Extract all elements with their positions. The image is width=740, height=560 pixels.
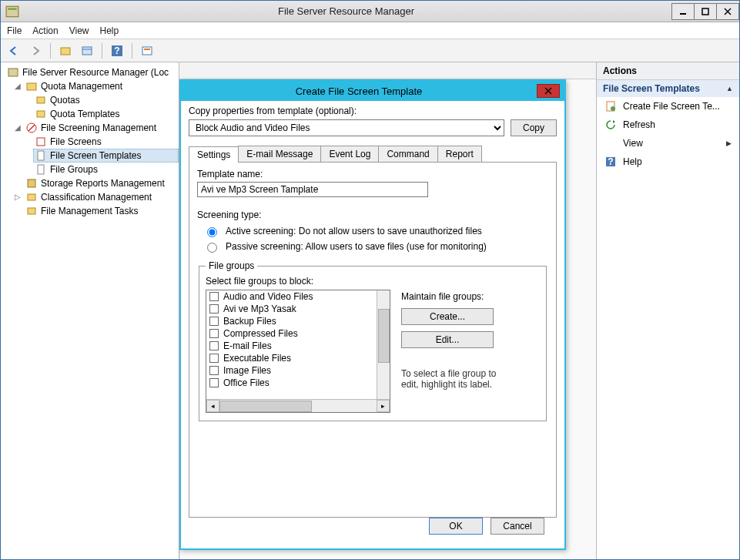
file-group-item[interactable]: E-mail Files <box>206 340 390 352</box>
actions-category: File Screen Templates ▲ <box>597 80 739 97</box>
cancel-button[interactable]: Cancel <box>491 518 544 535</box>
forward-button[interactable] <box>27 42 44 59</box>
close-button[interactable] <box>716 3 739 20</box>
tree-file-screen-templates[interactable]: File Screen Templates <box>33 149 179 163</box>
class-icon <box>25 191 38 203</box>
svg-rect-12 <box>144 49 150 50</box>
ok-button[interactable]: OK <box>429 518 483 535</box>
copy-template-select[interactable]: Block Audio and Video Files <box>189 119 504 136</box>
checkbox[interactable] <box>209 317 219 326</box>
file-group-item[interactable]: Image Files <box>206 364 390 377</box>
select-file-groups-label: Select file groups to block: <box>206 276 540 287</box>
minimize-button[interactable] <box>671 3 695 20</box>
help-action-icon: ? <box>604 156 617 168</box>
svg-rect-6 <box>61 48 70 55</box>
checkbox[interactable] <box>209 304 219 314</box>
checkbox[interactable] <box>209 341 219 350</box>
help-icon[interactable]: ? <box>109 42 126 59</box>
svg-rect-13 <box>8 69 18 76</box>
file-group-label: Backup Files <box>223 316 276 327</box>
tree-label: Classification Management <box>41 191 152 203</box>
template-name-input[interactable] <box>197 182 428 197</box>
edit-file-group-button[interactable]: Edit... <box>401 331 494 348</box>
svg-rect-0 <box>6 6 18 17</box>
tree-label: Storage Reports Management <box>41 177 165 189</box>
svg-rect-3 <box>702 8 708 15</box>
tree-storage-reports[interactable]: ◢Storage Reports Management <box>13 176 179 190</box>
action-label: View <box>623 138 643 149</box>
tab-settings[interactable]: Settings <box>189 146 239 163</box>
passive-screening-radio[interactable] <box>207 243 217 253</box>
tree-quotas[interactable]: Quotas <box>33 93 179 107</box>
tree-root-label: File Server Resource Manager (Loc <box>22 66 169 79</box>
copy-properties-label: Copy properties from template (optional)… <box>189 106 557 116</box>
file-group-item[interactable]: Compressed Files <box>206 327 390 340</box>
tree-root[interactable]: File Server Resource Manager (Loc <box>5 65 179 79</box>
active-screening-label: Active screening: Do not allow users to … <box>226 226 482 236</box>
tree-screening-mgmt[interactable]: ◢File Screening Management <box>13 121 179 135</box>
dialog-close-button[interactable] <box>537 84 560 98</box>
center-pane: Create File Screen Template Copy propert… <box>179 62 597 559</box>
reports-icon <box>25 177 38 189</box>
menu-view[interactable]: View <box>69 25 89 36</box>
file-group-item[interactable]: Executable Files <box>206 352 390 364</box>
action-label: Refresh <box>623 119 655 130</box>
tree-quota-mgmt[interactable]: ◢Quota Management <box>13 79 179 93</box>
svg-rect-21 <box>38 165 44 174</box>
tree-mgmt-tasks[interactable]: ◢File Management Tasks <box>13 204 179 218</box>
svg-rect-15 <box>37 97 45 103</box>
action-view[interactable]: View ▶ <box>597 134 739 153</box>
file-group-item[interactable]: Avi ve Mp3 Yasak <box>206 303 390 315</box>
menu-file[interactable]: File <box>7 25 22 36</box>
copy-button[interactable]: Copy <box>511 119 557 136</box>
toolbar-icon-2[interactable] <box>79 42 95 59</box>
checkbox[interactable] <box>209 354 219 363</box>
action-create-template[interactable]: Create File Screen Te... <box>597 97 739 116</box>
svg-rect-22 <box>28 179 35 187</box>
back-button[interactable] <box>5 42 22 59</box>
refresh-icon <box>604 119 617 131</box>
file-group-item[interactable]: Backup Files <box>206 315 390 327</box>
page-icon <box>35 163 47 176</box>
file-group-label: Avi ve Mp3 Yasak <box>223 303 296 314</box>
svg-rect-14 <box>27 83 36 90</box>
create-file-group-button[interactable]: Create... <box>401 308 494 325</box>
file-group-item[interactable]: Office Files <box>206 377 390 389</box>
action-refresh[interactable]: Refresh <box>597 116 739 134</box>
list-header <box>179 62 596 79</box>
dialog-title: Create File Screen Template <box>181 86 537 97</box>
toolbar-icon-1[interactable] <box>57 42 74 59</box>
tab-eventlog[interactable]: Event Log <box>320 146 379 162</box>
checkbox[interactable] <box>209 378 219 387</box>
template-name-label: Template name: <box>197 169 548 179</box>
tab-command[interactable]: Command <box>378 146 437 162</box>
file-group-item[interactable]: Audio and Video Files <box>206 290 390 303</box>
menu-help[interactable]: Help <box>100 25 119 36</box>
server-icon <box>7 66 19 79</box>
tree-quota-templates[interactable]: Quota Templates <box>33 107 179 121</box>
vertical-scrollbar[interactable] <box>377 290 390 399</box>
tree-file-screens[interactable]: File Screens <box>33 135 179 149</box>
active-screening-radio[interactable] <box>207 227 217 237</box>
menu-action[interactable]: Action <box>32 25 58 36</box>
horizontal-scrollbar[interactable]: ◂ ▸ <box>206 399 390 412</box>
maximize-button[interactable] <box>694 3 717 20</box>
action-help[interactable]: ? Help <box>597 153 739 171</box>
svg-rect-7 <box>82 47 92 55</box>
tree-classification[interactable]: ▷Classification Management <box>13 190 179 204</box>
tab-report[interactable]: Report <box>437 146 482 162</box>
collapse-icon[interactable]: ▲ <box>726 85 733 92</box>
tab-email[interactable]: E-mail Message <box>238 146 321 162</box>
checkbox[interactable] <box>209 292 219 301</box>
file-groups-listbox[interactable]: Audio and Video FilesAvi ve Mp3 YasakBac… <box>206 290 390 413</box>
template-icon <box>604 100 617 112</box>
tree-file-groups[interactable]: File Groups <box>33 163 179 176</box>
tree-label: File Screening Management <box>41 122 156 134</box>
screen-sub-icon <box>35 136 47 148</box>
twisty-open-icon: ◢ <box>15 122 22 134</box>
file-group-label: Compressed Files <box>223 328 298 339</box>
toolbar-icon-3[interactable] <box>139 42 156 59</box>
tree-pane: File Server Resource Manager (Loc ◢Quota… <box>1 62 179 559</box>
checkbox[interactable] <box>209 366 219 375</box>
checkbox[interactable] <box>209 329 219 338</box>
